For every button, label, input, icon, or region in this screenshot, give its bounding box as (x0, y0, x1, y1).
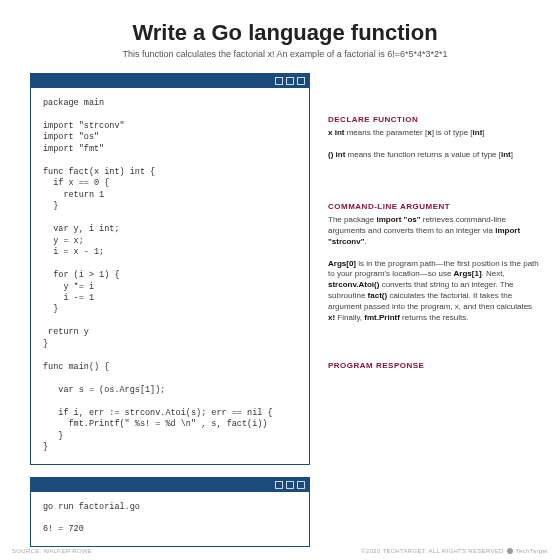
note-declare-body: x int means the parameter [x] is of type… (328, 128, 540, 160)
code-window-output: go run factorial.go 6! = 720 (30, 477, 310, 547)
window-control-icon (297, 77, 305, 85)
note-response-head: PROGRAM RESPONSE (328, 361, 540, 370)
window-control-icon (275, 77, 283, 85)
code-body-main: package main import "strconv" import "os… (31, 88, 309, 464)
window-control-icon (275, 481, 283, 489)
page-subtitle: This function calculates the factorial x… (30, 49, 540, 59)
code-window-main: package main import "strconv" import "os… (30, 73, 310, 465)
note-declare-head: DECLARE FUNCTION (328, 115, 540, 124)
note-cmdline-head: COMMAND-LINE ARGUMENT (328, 202, 540, 211)
window-control-icon (286, 77, 294, 85)
footer-copyright: ©2020 TECHTARGET. ALL RIGHTS RESERVED (361, 548, 503, 554)
footer-source: SOURCE: WALKER ROWE (12, 548, 92, 554)
window-control-icon (297, 481, 305, 489)
note-cmdline-body: The package import "os" retrieves comman… (328, 215, 540, 323)
code-body-output: go run factorial.go 6! = 720 (31, 492, 309, 546)
techtarget-logo-icon (507, 548, 513, 554)
footer-brand: TechTarget (516, 548, 548, 554)
window-control-icon (286, 481, 294, 489)
window-titlebar (31, 478, 309, 492)
window-titlebar (31, 74, 309, 88)
page-footer: SOURCE: WALKER ROWE ©2020 TECHTARGET. AL… (12, 548, 548, 554)
page-title: Write a Go language function (30, 20, 540, 46)
